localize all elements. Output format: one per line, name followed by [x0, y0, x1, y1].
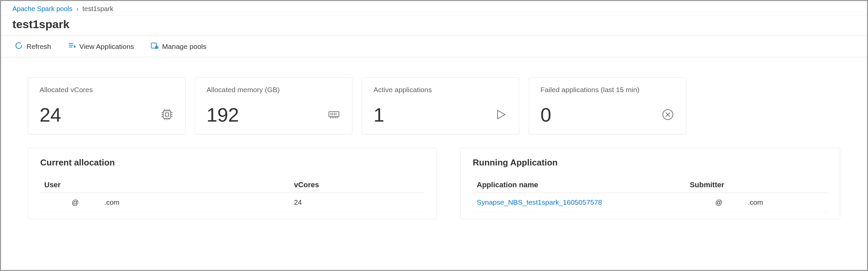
svg-rect-5	[163, 110, 171, 118]
metric-label: Allocated memory (GB)	[207, 86, 341, 94]
running-title: Running Application	[473, 158, 828, 168]
svg-rect-19	[329, 111, 339, 116]
metric-card-failed-apps[interactable]: Failed applications (last 15 min) 0	[529, 77, 686, 134]
running-application-panel: Running Application Application name Sub…	[460, 148, 840, 219]
page-title: test1spark	[1, 16, 867, 36]
table-header-row: Application name Submitter	[473, 177, 828, 193]
panels-row: Current allocation User vCores @ .com 24…	[1, 148, 867, 233]
metric-label: Active applications	[373, 86, 507, 94]
metric-card-memory[interactable]: Allocated memory (GB) 192	[195, 77, 352, 134]
cpu-icon	[160, 108, 174, 122]
view-applications-button[interactable]: View Applications	[65, 40, 136, 53]
pool-icon	[150, 41, 159, 52]
col-app-name: Application name	[473, 177, 686, 193]
metric-card-active-apps[interactable]: Active applications 1	[362, 77, 519, 134]
memory-icon	[327, 108, 341, 122]
chevron-right-icon: ›	[76, 5, 79, 12]
allocation-title: Current allocation	[40, 158, 425, 168]
table-row: Synapse_NBS_test1spark_1605057578 @ .com	[473, 193, 828, 212]
metric-value: 0	[540, 105, 551, 125]
refresh-button[interactable]: Refresh	[12, 40, 53, 53]
play-icon	[494, 108, 507, 122]
running-app-link[interactable]: Synapse_NBS_test1spark_1605057578	[473, 193, 686, 212]
col-vcores: vCores	[290, 177, 425, 193]
table-header-row: User vCores	[40, 177, 425, 193]
metric-value: 192	[207, 105, 239, 125]
command-bar: Refresh View Applications Manage pools	[1, 36, 867, 57]
view-applications-label: View Applications	[80, 42, 134, 50]
running-table: Application name Submitter Synapse_NBS_t…	[473, 177, 828, 212]
allocation-vcores: 24	[290, 193, 425, 212]
current-allocation-panel: Current allocation User vCores @ .com 24	[28, 148, 437, 219]
manage-pools-button[interactable]: Manage pools	[148, 40, 209, 53]
breadcrumb-parent-link[interactable]: Apache Spark pools	[12, 5, 72, 12]
allocation-table: User vCores @ .com 24	[40, 177, 425, 212]
metric-card-vcores[interactable]: Allocated vCores 24	[28, 77, 185, 134]
metric-value: 24	[39, 105, 61, 125]
list-icon	[67, 41, 76, 52]
metrics-row: Allocated vCores 24 Allocated memory (GB…	[1, 57, 867, 148]
running-submitter: @ .com	[686, 193, 828, 212]
allocation-user: @ .com	[40, 193, 290, 212]
manage-pools-label: Manage pools	[162, 42, 207, 50]
table-row: @ .com 24	[40, 193, 425, 212]
svg-marker-29	[498, 110, 505, 118]
metric-label: Failed applications (last 15 min)	[540, 86, 675, 94]
metric-value: 1	[373, 105, 384, 125]
svg-rect-3	[151, 43, 156, 48]
refresh-label: Refresh	[27, 42, 51, 50]
breadcrumb: Apache Spark pools › test1spark	[1, 1, 867, 16]
col-submitter: Submitter	[686, 177, 828, 193]
refresh-icon	[14, 41, 23, 52]
col-user: User	[40, 177, 290, 193]
error-icon	[661, 108, 675, 122]
svg-rect-6	[165, 113, 168, 116]
breadcrumb-current: test1spark	[83, 5, 113, 12]
metric-label: Allocated vCores	[39, 86, 174, 94]
